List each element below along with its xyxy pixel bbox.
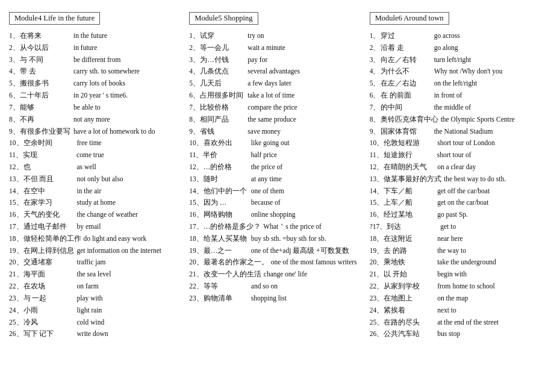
entry-chinese: 几条优点 [200,66,245,77]
entry-chinese: 在晴朗的天气 [384,162,435,173]
list-item: 11、短途旅行short tour of [370,150,545,161]
entry-number: 13、 [370,174,384,185]
entry-chinese: 省钱 [200,126,245,137]
entry-english: the middle of [434,102,545,113]
entry-chinese: 空余时间 [23,138,75,149]
list-item: 22、从家到学校from home to school [370,281,545,292]
entry-chinese: 在左／右边 [381,78,432,89]
list-item: 19、在网上得到信息get information on the interne… [9,246,184,257]
entry-english: in the air [77,186,185,197]
entry-english: change one' life [264,269,365,280]
entry-english: take the underground [437,257,545,268]
entry-number: 18、 [9,234,23,244]
entry-english: turn left/right [434,55,545,66]
entry-number: 1、 [189,31,200,42]
entry-chinese: 实现 [23,150,74,161]
entry-english: from home to school [437,281,545,292]
entry-chinese: 因为 … [204,198,249,208]
entry-chinese: 做某事最好的方式 [384,174,441,185]
entry-number: 20、 [9,257,23,268]
entry-number: 2、 [9,43,20,54]
entry-chinese: 冷风 [23,317,75,328]
entry-english: begin with [437,269,545,280]
entry-chinese: 在家学习 [23,198,75,208]
entry-number: 21、 [189,269,204,280]
list-item: 14、下车／船get off the car/boat [370,186,545,197]
entry-chinese: …的价格是多少？ [204,222,261,232]
entry-chinese: 占用很多时间 [200,90,245,101]
entry-number: 26、 [370,329,384,340]
entry-chinese: 通过电子邮件 [23,222,75,232]
entry-chinese: 在地图上 [384,293,435,304]
entry-number: 19、 [189,246,204,257]
entry-english: next to [437,305,545,316]
entry-english: on the map [437,293,545,304]
entry-english: not only but also [77,174,185,185]
entry-english: the way to [437,246,545,257]
list-item: 12、在晴朗的天气on a clear day [370,162,545,173]
entry-chinese: 购物清单 [204,293,249,304]
entry-english: on a clear day [437,162,545,173]
list-item: 1、在将来in the future [9,31,184,42]
entry-number: 25、 [370,317,384,328]
module-module6: Module6 Around town1、穿过go across2、沿着 走go… [370,12,545,341]
entry-chinese: 搬很多书 [20,78,71,89]
module-module4: Module4 Life in the future1、在将来in the fu… [9,12,184,341]
entry-chinese: 随时 [204,174,249,185]
list-item: 16、经过某地go past Sp. [370,210,545,220]
entry-english: go past Sp. [437,210,545,220]
entry-chinese: 比较价格 [200,102,245,113]
entry-number: 1、 [9,31,20,42]
entry-chinese: 与 不同 [20,55,71,66]
list-item: 6、在 的前面in front of [370,90,545,101]
list-item: 6、二十年后in 20 year ' s time6. [9,90,184,101]
list-item: 22、等等and so on [189,281,364,292]
entry-english: bus stop [437,329,545,340]
list-item: 17、通过电子邮件by email [9,222,184,232]
entry-number: 16、 [189,210,204,220]
entry-english: pay for [247,55,364,66]
list-item: 9、省钱save money [189,126,364,137]
list-item: 1、试穿try on [189,31,364,42]
entry-english: the Olympic Sports Centre [441,114,545,125]
entry-number: 10、 [189,138,204,149]
entry-english: take a lot of time [247,90,364,101]
entry-chinese: 为…付钱 [200,55,245,66]
entry-number: 5、 [189,78,200,89]
entry-english: on farm [77,281,185,292]
entry-number: 22、 [370,281,384,292]
entry-number: 10、 [370,138,384,149]
entry-number: 7、 [370,102,381,113]
entry-english: the same produce [247,114,364,125]
entry-number: 4、 [370,66,381,77]
list-item: 19、去 的路the way to [370,246,545,257]
entry-chinese: 公共汽车站 [384,329,435,340]
list-item: 26、写下 记下write down [9,329,184,340]
list-item: 5、在左／右边on the left/right [370,78,545,89]
entry-number: 11、 [370,150,384,161]
entry-english: in the future [73,31,184,42]
list-item: 11、半价half price [189,150,364,161]
entry-chinese: 从家到学校 [384,281,435,292]
list-item: 23、在地图上on the map [370,293,545,304]
entry-english: go along [434,43,545,54]
entry-number: 23、 [9,293,23,304]
entry-english: online shopping [251,210,365,220]
entry-chinese: 等一会儿 [200,43,245,54]
entry-chinese: 等等 [204,281,249,292]
entry-english: shopping list [251,293,365,304]
entry-chinese: 穿过 [381,31,432,42]
entry-number: 13、 [9,174,23,185]
entry-number: 8、 [370,114,381,125]
entry-chinese: 上车／船 [384,198,435,208]
entry-number: 6、 [189,90,200,101]
list-item: 2、沿着 走go along [370,43,545,54]
entry-number: ?17、 [370,222,387,232]
entry-english: the best way to do sth. [444,174,545,185]
entry-number: 19、 [370,246,384,257]
entry-chinese: 试穿 [200,31,245,42]
entry-number: 24、 [370,305,384,316]
entry-chinese: 写下 记下 [23,329,75,340]
entry-chinese: 在空中 [23,186,75,197]
list-item: 18、给某人买某物buy sb sth. =buy sth for sb. [189,234,364,244]
